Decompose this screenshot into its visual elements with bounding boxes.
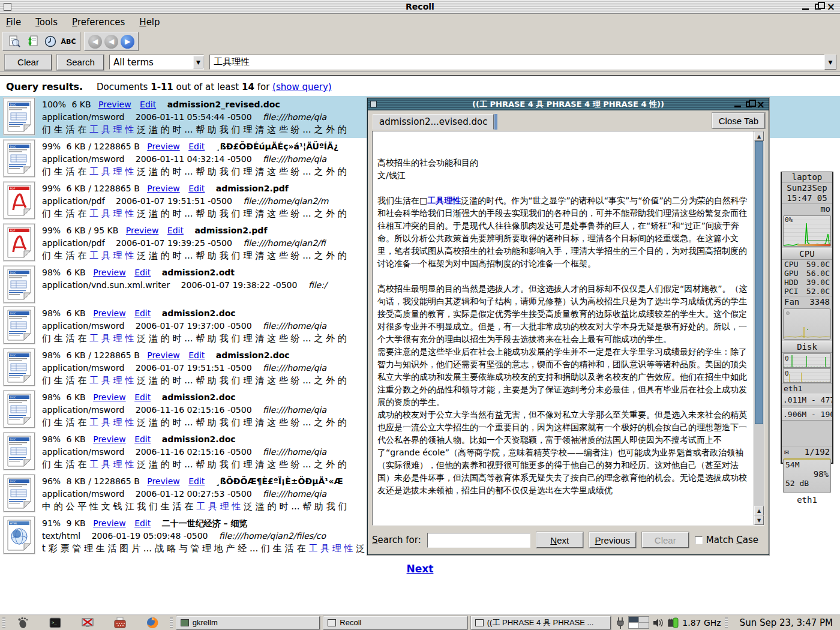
edit-link[interactable]: Edit — [134, 392, 151, 402]
edit-link[interactable]: Edit — [134, 308, 151, 318]
edit-link[interactable]: Edit — [140, 100, 156, 109]
preview-content[interactable]: 高校招生的社会功能和目的 文/钱江 我们生活在□工具理性泛滥的时代。作为“世之显… — [372, 131, 764, 526]
disk-read-chart[interactable]: 0 — [783, 353, 831, 368]
edit-link[interactable]: Edit — [188, 350, 205, 360]
preview-link[interactable]: Preview — [93, 308, 126, 318]
edit-link[interactable]: Edit — [188, 142, 205, 151]
edit-link[interactable]: Edit — [188, 184, 205, 193]
scrollbar-thumb[interactable] — [755, 141, 763, 424]
scroll-down-icon[interactable]: ▼ — [754, 515, 764, 525]
result-filename: ¸ßÕÐÖÆ¶È£ºÏ¡È±ÖÐµÄ¹«Æ — [216, 476, 343, 486]
menu-help[interactable]: Help — [139, 17, 160, 28]
edit-link[interactable]: Edit — [134, 268, 151, 277]
file-size: 6 KB — [67, 392, 86, 402]
terminal-icon[interactable]: >_ — [47, 616, 63, 630]
eth1-footer-label[interactable]: eth1 — [782, 494, 832, 506]
preview-close-button[interactable]: × — [757, 100, 765, 109]
file-size: 6 KB / 1228865 B — [67, 142, 140, 151]
taskbar-button-recoll[interactable]: Recoll — [323, 616, 467, 629]
next-results-link[interactable]: Next — [407, 563, 434, 575]
preview-scrollbar[interactable]: ▲ ▲ ▼ — [754, 131, 764, 525]
taskbar-button-gkrellm[interactable]: gkrellm — [176, 616, 320, 629]
query-history-arrow-icon[interactable]: ▼ — [824, 55, 836, 70]
workspace-1[interactable] — [629, 617, 638, 622]
cpu-section-label[interactable]: CPU — [782, 248, 832, 260]
display-off-icon[interactable] — [80, 616, 95, 630]
eth1-chart-label[interactable]: eth1 — [782, 383, 832, 394]
workspace-3[interactable] — [629, 623, 638, 628]
search-input[interactable] — [209, 55, 824, 70]
volume-icon[interactable] — [652, 617, 664, 628]
edit-link[interactable]: Edit — [134, 518, 151, 528]
find-clear-button[interactable]: Clear — [642, 532, 689, 548]
typewriter-icon[interactable] — [112, 616, 128, 630]
edit-link[interactable]: Edit — [167, 226, 184, 235]
result-url: file:///home/qia — [263, 363, 326, 373]
menu-file[interactable]: File — [6, 17, 21, 28]
edit-link[interactable]: Edit — [134, 434, 151, 444]
system-tray: 1.87 GHz — [616, 616, 721, 629]
workspace-4[interactable] — [639, 623, 649, 628]
preview-link[interactable]: Preview — [93, 268, 126, 277]
match-case-option[interactable]: Match Case — [695, 535, 758, 545]
workspace-switcher[interactable] — [628, 616, 649, 629]
menu-preferences[interactable]: Preferences — [72, 17, 125, 28]
clear-button[interactable]: Clear — [5, 55, 52, 70]
recoll-titlebar[interactable]: Recoll × — [0, 0, 840, 14]
preview-link[interactable]: Preview — [93, 434, 126, 444]
first-page-icon[interactable]: ◀ — [88, 35, 102, 49]
cpu-load-chart[interactable]: 0% — [783, 215, 831, 247]
disk-write-chart[interactable]: 0 — [783, 368, 831, 383]
find-input[interactable] — [427, 533, 530, 548]
panel-handle[interactable] — [725, 617, 728, 628]
power-plug-icon[interactable] — [616, 617, 625, 629]
gkrellm-window[interactable]: laptop Sun23Sep 15:47 05 mo 0% CPU CPU59… — [781, 172, 833, 464]
minimize-button[interactable] — [802, 8, 809, 10]
taskbar-clock[interactable]: Sun Sep 23, 3:47 PM — [735, 617, 838, 628]
taskbar-button-preview[interactable]: ((工 PHRASE 4 具 PHRASE ... — [471, 616, 611, 629]
panel-handle[interactable] — [2, 617, 5, 628]
show-query-link[interactable]: (show query) — [272, 82, 332, 92]
term-explorer-icon[interactable]: ÅBĈ — [61, 34, 76, 49]
close-tab-button[interactable]: Close Tab — [712, 113, 765, 128]
preview-minimize-button[interactable] — [734, 106, 741, 107]
disk-section-label[interactable]: Disk — [782, 341, 832, 353]
match-case-checkbox[interactable] — [695, 536, 703, 544]
preview-link[interactable]: Preview — [126, 226, 159, 235]
panel-handle[interactable] — [170, 617, 173, 628]
find-previous-button[interactable]: Previous — [589, 532, 636, 548]
preview-restore-button[interactable] — [746, 101, 752, 107]
preview-link[interactable]: Preview — [93, 392, 126, 402]
menu-tools[interactable]: Tools — [35, 17, 58, 28]
preview-titlebar[interactable]: ((工 PHRASE 4 具 PHRASE 4 理 PHRASE 4 性)) × — [368, 98, 769, 110]
close-button[interactable]: × — [827, 2, 835, 11]
workspace-2[interactable] — [639, 617, 649, 622]
result-url: file:///home/qian2/m — [243, 196, 328, 206]
preview-link[interactable]: Preview — [147, 184, 180, 193]
snippet-term-highlight: 工 具 理 性 — [308, 543, 353, 554]
cpufreq-icon[interactable] — [667, 617, 679, 629]
preview-link[interactable]: Preview — [147, 142, 180, 151]
restore-button[interactable] — [815, 4, 821, 10]
preview-link[interactable]: Preview — [93, 518, 126, 528]
advanced-search-icon[interactable] — [7, 34, 22, 49]
preview-link[interactable]: Preview — [147, 350, 180, 360]
firefox-icon[interactable] — [145, 616, 160, 630]
find-next-button[interactable]: Next — [536, 532, 583, 548]
sort-parameters-icon[interactable] — [25, 34, 40, 49]
history-clock-icon[interactable] — [43, 34, 58, 49]
preview-link[interactable]: Preview — [147, 476, 180, 486]
preview-link[interactable]: Preview — [98, 100, 131, 109]
prev-page-icon[interactable]: ◀ — [104, 35, 118, 49]
edit-link[interactable]: Edit — [188, 476, 205, 486]
combo-arrow-icon[interactable]: ▼ — [193, 56, 203, 68]
preview-tab[interactable]: admission2...evised.doc — [373, 114, 494, 130]
search-mode-combo[interactable]: All terms ▼ — [109, 55, 204, 70]
scroll-up-icon[interactable]: ▲ — [754, 506, 764, 515]
gnome-foot-icon[interactable] — [15, 616, 31, 630]
scroll-up-icon[interactable]: ▲ — [754, 131, 764, 141]
next-page-icon[interactable]: ▶ — [121, 35, 134, 49]
search-button[interactable]: Search — [57, 55, 104, 70]
gkrellm-date: Sun23Sep — [782, 182, 832, 193]
mail-monitor[interactable]: ✉ 1/192 — [782, 446, 832, 457]
